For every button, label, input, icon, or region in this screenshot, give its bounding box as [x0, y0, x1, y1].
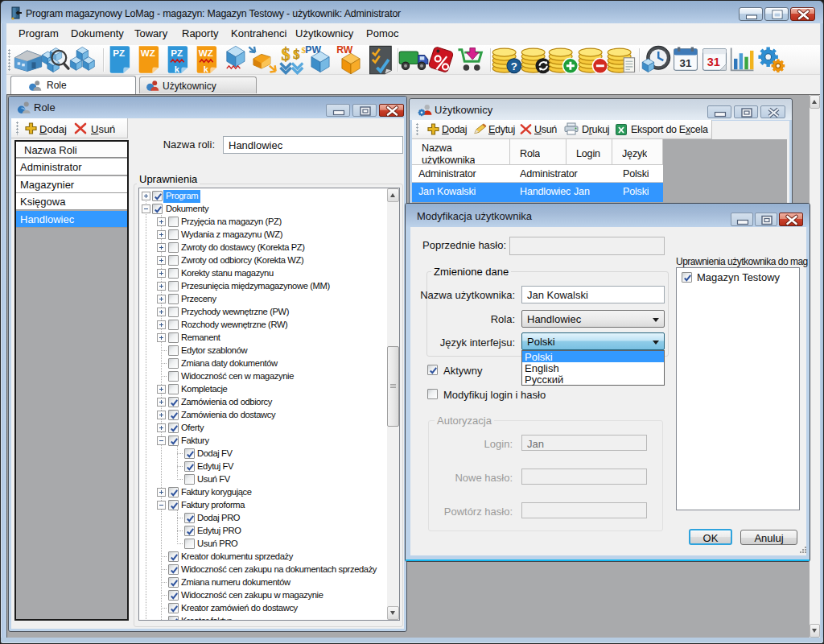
svg-text:$: $ [293, 47, 299, 62]
svg-text:31: 31 [680, 57, 692, 69]
svg-text:31: 31 [707, 56, 720, 68]
svg-text:k: k [175, 64, 180, 74]
svg-text:WZ: WZ [199, 47, 213, 58]
svg-text:WZ: WZ [141, 47, 155, 58]
svg-text:$: $ [282, 44, 290, 64]
svg-text:PZ: PZ [113, 47, 125, 58]
svg-text:?: ? [511, 60, 517, 72]
svg-text:k: k [204, 64, 209, 74]
svg-text:PZ: PZ [171, 47, 183, 58]
